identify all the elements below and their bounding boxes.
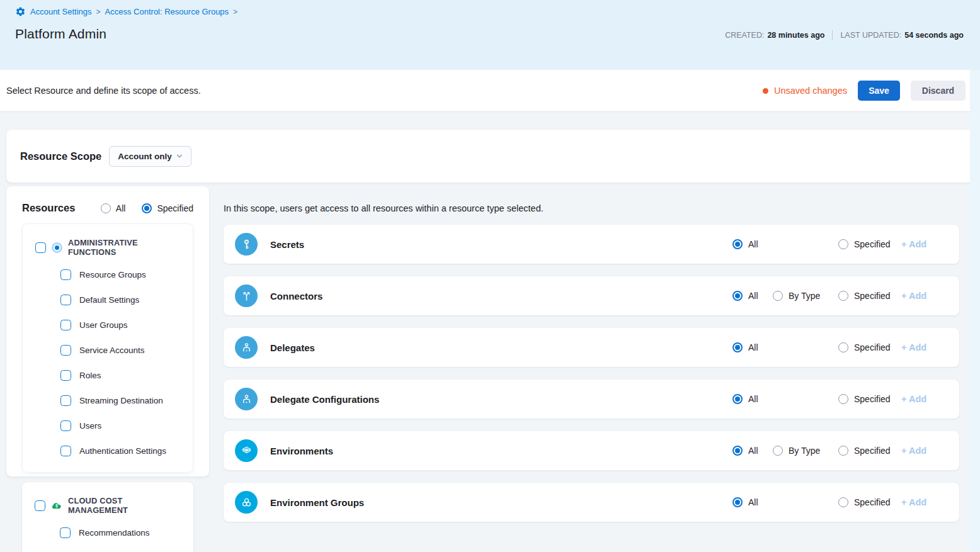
add-link[interactable]: + Add xyxy=(901,394,943,404)
cloud-dollar-icon: $ xyxy=(51,500,62,511)
item-checkbox[interactable] xyxy=(60,370,71,381)
radio-label: All xyxy=(748,342,758,352)
radio-button[interactable] xyxy=(838,446,848,456)
option-specified[interactable]: Specified xyxy=(838,497,901,507)
page-title: Platform Admin xyxy=(15,26,106,42)
svg-text:$: $ xyxy=(55,504,58,509)
radio-button[interactable] xyxy=(838,497,848,507)
resource-type-row: Delegate ConfigurationsAllSpecified+ Add xyxy=(224,380,959,419)
item-checkbox[interactable] xyxy=(60,345,71,356)
option-by-type[interactable]: By Type xyxy=(773,446,838,456)
resource-tree-item: Service Accounts xyxy=(60,337,180,363)
radio-button[interactable] xyxy=(838,394,848,404)
resource-type-row: Environment GroupsAllSpecified+ Add xyxy=(224,483,959,522)
key-icon xyxy=(235,233,258,256)
group-checkbox[interactable] xyxy=(35,242,46,253)
resource-type-name: Secrets xyxy=(270,239,304,250)
add-link[interactable]: + Add xyxy=(901,239,943,249)
radio-button[interactable] xyxy=(773,446,783,456)
resource-scope-label: Resource Scope xyxy=(20,150,101,162)
radio-button[interactable] xyxy=(732,497,743,507)
item-checkbox[interactable] xyxy=(60,527,71,538)
unsaved-label: Unsaved changes xyxy=(774,86,847,96)
resource-tree-item: Authentication Settings xyxy=(60,438,180,463)
resource-group-label: CLOUD COST MANAGEMENT xyxy=(68,496,181,515)
option-specified[interactable]: Specified xyxy=(838,394,901,404)
resource-item-label: User Groups xyxy=(79,320,128,330)
resource-item-label: Streaming Destination xyxy=(79,396,163,405)
option-specified[interactable]: Specified xyxy=(838,446,901,456)
resources-sidebar: Resources All Specified ADMINISTRATIVE F… xyxy=(6,186,209,552)
scope-description: In this scope, users get access to all r… xyxy=(224,203,959,213)
resources-option-all[interactable]: All xyxy=(101,203,126,213)
radio-button[interactable] xyxy=(142,203,152,213)
scrollbar-track[interactable] xyxy=(970,70,980,552)
item-checkbox[interactable] xyxy=(60,395,71,406)
add-link[interactable]: + Add xyxy=(901,497,943,507)
radio-label: Specified xyxy=(854,342,891,352)
resource-type-name: Delegate Configurations xyxy=(270,394,379,405)
radio-button[interactable] xyxy=(732,446,743,456)
delegate-config-icon xyxy=(235,388,258,410)
meta-divider xyxy=(832,30,833,40)
action-toolbar: Select Resource and define its scope of … xyxy=(0,70,980,112)
radio-button[interactable] xyxy=(838,239,848,249)
breadcrumb-access-control[interactable]: Access Control: Resource Groups xyxy=(105,7,229,16)
radio-button[interactable] xyxy=(732,291,743,301)
radio-button[interactable] xyxy=(838,342,848,352)
scope-options: AllBy TypeSpecified+ Add xyxy=(732,291,943,301)
radio-button[interactable] xyxy=(732,394,743,404)
resource-group-header: ADMINISTRATIVE FUNCTIONS xyxy=(35,238,180,257)
breadcrumb-account-settings[interactable]: Account Settings xyxy=(30,7,92,16)
resources-title: Resources xyxy=(22,202,75,214)
option-all[interactable]: All xyxy=(732,394,773,404)
radio-button[interactable] xyxy=(732,239,743,249)
option-specified[interactable]: Specified xyxy=(838,291,901,301)
option-all[interactable]: All xyxy=(732,497,773,507)
radio-label: Specified xyxy=(854,291,891,301)
resource-tree-item: User Groups xyxy=(60,312,180,337)
option-specified[interactable]: Specified xyxy=(838,239,901,249)
unsaved-dot-icon xyxy=(763,88,768,94)
item-checkbox[interactable] xyxy=(60,446,71,456)
resources-option-specified[interactable]: Specified xyxy=(142,203,193,213)
resource-item-label: Authentication Settings xyxy=(79,446,166,456)
item-checkbox[interactable] xyxy=(60,295,71,305)
radio-label: All xyxy=(748,291,758,301)
environment-icon xyxy=(235,439,258,462)
discard-button[interactable]: Discard xyxy=(911,81,966,101)
radio-label: By Type xyxy=(789,446,820,456)
add-link[interactable]: + Add xyxy=(901,446,943,456)
option-by-type[interactable]: By Type xyxy=(773,291,838,301)
group-checkbox[interactable] xyxy=(35,500,45,511)
option-all[interactable]: All xyxy=(732,239,773,249)
resource-group-header: $CLOUD COST MANAGEMENT xyxy=(35,496,181,515)
radio-button[interactable] xyxy=(773,291,783,301)
scope-options: AllSpecified+ Add xyxy=(732,497,943,507)
breadcrumb-separator: > xyxy=(233,8,237,16)
item-checkbox[interactable] xyxy=(60,269,71,280)
save-button[interactable]: Save xyxy=(858,81,900,101)
resource-type-row: SecretsAllSpecified+ Add xyxy=(224,225,959,264)
connector-icon xyxy=(235,284,258,307)
radio-label: Specified xyxy=(854,497,891,507)
option-all[interactable]: All xyxy=(732,342,773,352)
resource-tree-item: Streaming Destination xyxy=(60,388,180,413)
add-link[interactable]: + Add xyxy=(901,291,943,301)
toolbar-description: Select Resource and define its scope of … xyxy=(6,86,201,96)
radio-button[interactable] xyxy=(732,342,743,352)
option-all[interactable]: All xyxy=(732,446,773,456)
radio-button[interactable] xyxy=(101,203,111,213)
chevron-down-icon xyxy=(175,152,184,161)
item-checkbox[interactable] xyxy=(60,320,71,330)
option-all[interactable]: All xyxy=(732,291,773,301)
resource-item-label: Recommendations xyxy=(79,528,150,538)
radio-button[interactable] xyxy=(838,291,848,301)
meta-info: CREATED: 28 minutes ago LAST UPDATED: 54… xyxy=(725,30,964,42)
add-link[interactable]: + Add xyxy=(901,342,943,352)
radio-label: All xyxy=(748,394,758,404)
option-specified[interactable]: Specified xyxy=(838,342,901,352)
resource-tree-item: Anomalies xyxy=(60,545,181,552)
resource-scope-dropdown[interactable]: Account only xyxy=(109,146,191,167)
item-checkbox[interactable] xyxy=(60,420,71,431)
